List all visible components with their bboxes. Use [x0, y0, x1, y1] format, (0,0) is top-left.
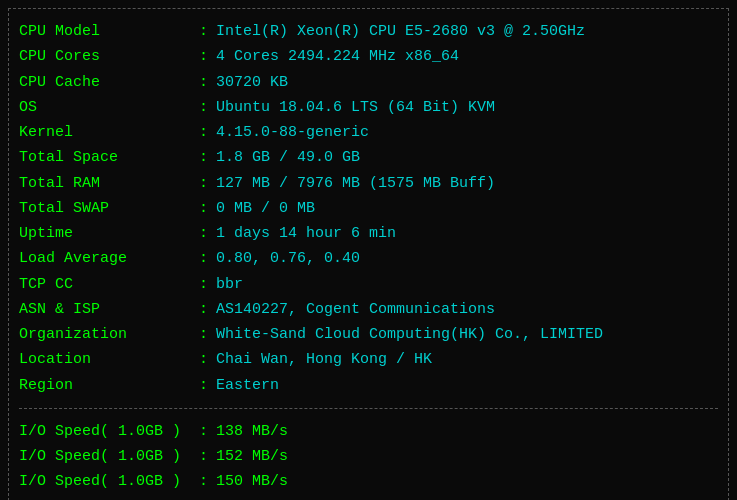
- row-value: 0 MB / 0 MB: [216, 197, 315, 220]
- table-row: CPU Cores: 4 Cores 2494.224 MHz x86_64: [19, 44, 718, 69]
- row-label: I/O Speed( 1.0GB ): [19, 445, 199, 468]
- table-row: TCP CC: bbr: [19, 272, 718, 297]
- row-colon: :: [199, 71, 208, 94]
- table-row: Uptime: 1 days 14 hour 6 min: [19, 221, 718, 246]
- row-colon: :: [199, 420, 208, 443]
- table-row: Location: Chai Wan, Hong Kong / HK: [19, 347, 718, 372]
- row-value: Ubuntu 18.04.6 LTS (64 Bit) KVM: [216, 96, 495, 119]
- row-colon: :: [199, 445, 208, 468]
- row-value: White-Sand Cloud Computing(HK) Co., LIMI…: [216, 323, 603, 346]
- row-colon: :: [199, 247, 208, 270]
- row-colon: :: [199, 496, 208, 501]
- row-value: 150 MB/s: [216, 470, 288, 493]
- row-colon: :: [199, 348, 208, 371]
- row-label: Organization: [19, 323, 199, 346]
- row-label: Location: [19, 348, 199, 371]
- row-colon: :: [199, 222, 208, 245]
- row-colon: :: [199, 323, 208, 346]
- table-row: Kernel: 4.15.0-88-generic: [19, 120, 718, 145]
- table-row: I/O Speed( 1.0GB ): 152 MB/s: [19, 444, 718, 469]
- row-colon: :: [199, 273, 208, 296]
- row-colon: :: [199, 121, 208, 144]
- row-label: Total SWAP: [19, 197, 199, 220]
- row-value: bbr: [216, 273, 243, 296]
- row-label: Uptime: [19, 222, 199, 245]
- row-label: Total Space: [19, 146, 199, 169]
- row-colon: :: [199, 298, 208, 321]
- row-value: Eastern: [216, 374, 279, 397]
- row-colon: :: [199, 146, 208, 169]
- table-row: OS: Ubuntu 18.04.6 LTS (64 Bit) KVM: [19, 95, 718, 120]
- row-label: Region: [19, 374, 199, 397]
- system-section: CPU Model: Intel(R) Xeon(R) CPU E5-2680 …: [19, 15, 718, 402]
- row-colon: :: [199, 20, 208, 43]
- section-divider: [19, 408, 718, 409]
- row-colon: :: [199, 374, 208, 397]
- row-label: CPU Model: [19, 20, 199, 43]
- table-row: Region: Eastern: [19, 373, 718, 398]
- row-value: 30720 KB: [216, 71, 288, 94]
- row-value: 152 MB/s: [216, 445, 288, 468]
- table-row: Average I/O Speed: 146.7 MB/s: [19, 495, 718, 501]
- row-value: 138 MB/s: [216, 420, 288, 443]
- row-value: 4.15.0-88-generic: [216, 121, 369, 144]
- row-value: 146.7 MB/s: [216, 496, 306, 501]
- table-row: Load Average: 0.80, 0.76, 0.40: [19, 246, 718, 271]
- table-row: Organization: White-Sand Cloud Computing…: [19, 322, 718, 347]
- row-value: 127 MB / 7976 MB (1575 MB Buff): [216, 172, 495, 195]
- row-value: Intel(R) Xeon(R) CPU E5-2680 v3 @ 2.50GH…: [216, 20, 585, 43]
- row-colon: :: [199, 470, 208, 493]
- table-row: Total RAM: 127 MB / 7976 MB (1575 MB Buf…: [19, 171, 718, 196]
- row-label: ASN & ISP: [19, 298, 199, 321]
- row-label: I/O Speed( 1.0GB ): [19, 420, 199, 443]
- row-value: 4 Cores 2494.224 MHz x86_64: [216, 45, 459, 68]
- row-colon: :: [199, 172, 208, 195]
- row-value: Chai Wan, Hong Kong / HK: [216, 348, 432, 371]
- row-value: 1.8 GB / 49.0 GB: [216, 146, 360, 169]
- row-label: CPU Cache: [19, 71, 199, 94]
- row-colon: :: [199, 96, 208, 119]
- row-label: I/O Speed( 1.0GB ): [19, 470, 199, 493]
- row-label: Load Average: [19, 247, 199, 270]
- main-container: CPU Model: Intel(R) Xeon(R) CPU E5-2680 …: [8, 8, 729, 500]
- table-row: CPU Model: Intel(R) Xeon(R) CPU E5-2680 …: [19, 19, 718, 44]
- table-row: I/O Speed( 1.0GB ): 150 MB/s: [19, 469, 718, 494]
- row-label: CPU Cores: [19, 45, 199, 68]
- table-row: I/O Speed( 1.0GB ): 138 MB/s: [19, 419, 718, 444]
- row-colon: :: [199, 197, 208, 220]
- row-label: Kernel: [19, 121, 199, 144]
- row-label: Average I/O Speed: [19, 496, 199, 501]
- row-value: AS140227, Cogent Communications: [216, 298, 495, 321]
- row-label: OS: [19, 96, 199, 119]
- table-row: Total SWAP: 0 MB / 0 MB: [19, 196, 718, 221]
- io-section: I/O Speed( 1.0GB ): 138 MB/sI/O Speed( 1…: [19, 415, 718, 500]
- table-row: ASN & ISP: AS140227, Cogent Communicatio…: [19, 297, 718, 322]
- table-row: Total Space: 1.8 GB / 49.0 GB: [19, 145, 718, 170]
- row-label: TCP CC: [19, 273, 199, 296]
- row-value: 0.80, 0.76, 0.40: [216, 247, 360, 270]
- row-label: Total RAM: [19, 172, 199, 195]
- table-row: CPU Cache: 30720 KB: [19, 70, 718, 95]
- row-value: 1 days 14 hour 6 min: [216, 222, 396, 245]
- row-colon: :: [199, 45, 208, 68]
